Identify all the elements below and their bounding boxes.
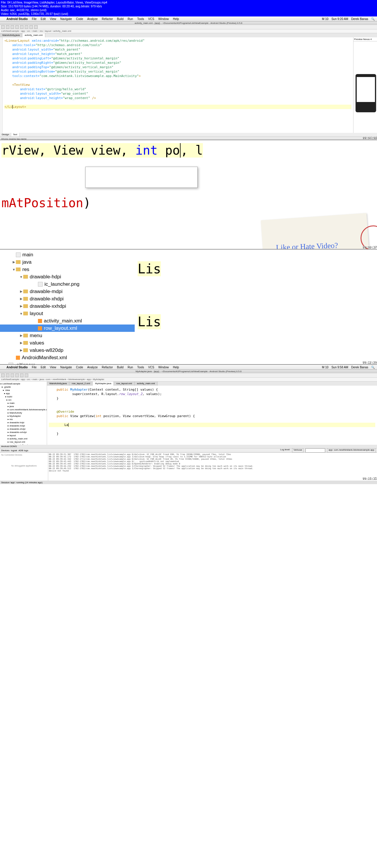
- sticky-note: Like or Hate Video?: [254, 211, 377, 249]
- timestamp: 00:12:20: [362, 361, 376, 364]
- menu-build[interactable]: Build: [117, 17, 123, 21]
- window-title: MyAdapter.java - [app] - ~/Documents/ASP…: [0, 370, 377, 373]
- tree-item[interactable]: ic_launcher.png: [0, 280, 135, 288]
- app-filter-select[interactable]: app: com.newthinktank.listviewexample.ap…: [327, 448, 376, 453]
- logcat-panel: No Connected Devices No debuggable appli…: [0, 453, 377, 480]
- preview-pane: Preview Nexus 4: [353, 37, 377, 133]
- tree-item[interactable]: ▸ build: [1, 395, 46, 398]
- menu-analyze[interactable]: Analyze: [87, 17, 98, 21]
- menu-vcs[interactable]: VCS: [148, 17, 154, 21]
- timestamp: 00:09:37: [362, 245, 376, 249]
- tree-item[interactable]: ▸ .idea: [1, 389, 46, 392]
- tree-item[interactable]: ▸ drawable-xxhdpi: [1, 431, 46, 434]
- menu-navigate[interactable]: Navigate: [60, 17, 72, 21]
- tree-item[interactable]: ▸ res: [1, 418, 46, 421]
- tree-item[interactable]: AndroidManifest.xml: [0, 354, 135, 361]
- tree-item[interactable]: activity_main.xml: [0, 317, 135, 324]
- tree-item[interactable]: ▸ src: [1, 398, 46, 402]
- logcat-controls: Devices logcat ADB logs Log level: Verbo…: [0, 448, 377, 453]
- search-icon[interactable]: 🔍: [371, 17, 375, 21]
- audio-line: Audio: aac, 44100 Hz, stereo (und): [1, 8, 376, 12]
- search-icon[interactable]: 🔍: [371, 366, 375, 369]
- breadcrumb[interactable]: ListViewExample › app › src › main › res…: [0, 29, 377, 33]
- project-tree[interactable]: ▸ ListViewExample▸ .gradle▸ .idea▸ app▸ …: [0, 381, 47, 445]
- toolbar-btn[interactable]: [6, 25, 9, 29]
- note-text: Like or Hate Video?: [276, 241, 338, 249]
- toolbar-btn[interactable]: [1, 25, 5, 29]
- tree-item[interactable]: main: [0, 251, 135, 258]
- devices-tab[interactable]: Devices: [1, 449, 9, 452]
- user-name[interactable]: Derek Banas: [351, 17, 368, 21]
- panel-3-project-tree: main▶java▼res▼drawable-hdpiic_launcher.p…: [0, 249, 377, 364]
- logcat-output[interactable]: 06-22 09:39:21.307 1702-1702/com.newthin…: [48, 453, 377, 480]
- tree-item[interactable]: ▶drawable-xhdpi: [0, 295, 135, 303]
- no-devices: No Connected Devices: [1, 454, 47, 456]
- log-filter-input[interactable]: [305, 448, 325, 453]
- panel-4-myadapter: Android Studio FileEditViewNavigateCodeA…: [0, 364, 377, 484]
- breadcrumb[interactable]: ListViewExample › app › src › main › jav…: [0, 378, 377, 381]
- menu-refactor[interactable]: Refactor: [102, 17, 113, 21]
- text-tab[interactable]: Text: [11, 133, 20, 136]
- tab-mainactivity[interactable]: MainActivity.java: [0, 33, 22, 37]
- tree-item[interactable]: ▸ drawable-hdpi: [1, 421, 46, 424]
- tree-item[interactable]: ▸ activity_main.xml: [1, 437, 46, 440]
- menu-tools[interactable]: Tools: [137, 17, 144, 21]
- tree-item[interactable]: ▸ com.newthinktank.listviewexample.app: [1, 408, 46, 411]
- toolbar-btn[interactable]: [34, 25, 38, 29]
- menu-file[interactable]: File: [32, 17, 36, 21]
- tree-item[interactable]: ▼drawable-hdpi: [0, 273, 135, 280]
- toolbar: [0, 25, 377, 29]
- toolbar-btn[interactable]: [29, 25, 33, 29]
- menu-run[interactable]: Run: [127, 17, 133, 21]
- tree-item[interactable]: ▸ ListViewExample: [1, 382, 46, 385]
- menu-help[interactable]: Help: [173, 17, 179, 21]
- file-line: File: 04 ListView, ImageView, ListAdapte…: [1, 1, 376, 4]
- tree-item[interactable]: ▸ .gradle: [1, 385, 46, 389]
- tree-item[interactable]: ▸ drawable-mdpi: [1, 424, 46, 427]
- app-name[interactable]: Android Studio: [6, 17, 28, 21]
- logcat-tab[interactable]: logcat: [11, 449, 17, 452]
- tree-item[interactable]: ▸ main: [1, 402, 46, 405]
- preview-device[interactable]: Nexus 4: [363, 38, 372, 40]
- tree-item[interactable]: ▸ layout: [1, 434, 46, 437]
- tree-item[interactable]: ▶values: [0, 339, 135, 346]
- tree-item[interactable]: ▸ MainActivity: [1, 411, 46, 414]
- tree-item[interactable]: ▶drawable-xxhdpi: [0, 303, 135, 310]
- tree-item[interactable]: ▸ app: [1, 392, 46, 395]
- tree-item[interactable]: ▸ row_layout.xml: [1, 440, 46, 443]
- tab-activity-main[interactable]: activity_main.xml: [22, 33, 45, 37]
- tree-item[interactable]: ▶values-w820dp: [0, 346, 135, 354]
- editor-tabs: MainActivity.java row_layout_2.xml MyAda…: [47, 381, 377, 386]
- tree-item[interactable]: ▸ java: [1, 405, 46, 408]
- design-tab[interactable]: Design: [0, 133, 11, 136]
- phone-preview: [355, 74, 376, 112]
- toolbar-btn[interactable]: [20, 25, 24, 29]
- toolbar: [0, 373, 377, 378]
- code-editor[interactable]: <LinearLayout xmlns:android="http://sche…: [3, 37, 353, 133]
- mac-menubar: Android Studio FileEditViewNavigateCodeA…: [0, 365, 377, 370]
- tree-item[interactable]: ▸ MyAdapter: [1, 414, 46, 418]
- toolbar-btn[interactable]: [15, 25, 19, 29]
- toolbar-btn[interactable]: [10, 25, 14, 29]
- tree-item[interactable]: ▶java: [0, 258, 135, 266]
- autocomplete-popup[interactable]: [85, 167, 198, 188]
- tree-item[interactable]: ▼layout: [0, 310, 135, 317]
- menu-view[interactable]: View: [50, 17, 56, 21]
- log-level-select[interactable]: Verbose: [292, 448, 303, 453]
- tree-item[interactable]: ▶drawable-mdpi: [0, 288, 135, 295]
- tree-item[interactable]: ▼res: [0, 266, 135, 273]
- tree-item[interactable]: row_layout.xml: [0, 324, 135, 332]
- android-ddms-tab[interactable]: Android DDMS: [0, 445, 377, 448]
- toolbar-btn[interactable]: [25, 25, 28, 29]
- menu-code[interactable]: Code: [76, 17, 83, 21]
- menu-window[interactable]: Window: [158, 17, 169, 21]
- app-name[interactable]: Android Studio: [6, 366, 28, 369]
- menu-edit[interactable]: Edit: [40, 17, 46, 21]
- adb-tab[interactable]: ADB logs: [19, 449, 28, 452]
- project-tree[interactable]: main▶java▼res▼drawable-hdpiic_launcher.p…: [0, 250, 135, 364]
- tree-item[interactable]: ▶menu: [0, 332, 135, 339]
- preview-label: Preview: [354, 38, 362, 40]
- code-editor[interactable]: public MyAdapter(Context context, String…: [47, 386, 377, 445]
- mac-menubar: Android Studio File Edit View Navigate C…: [0, 17, 377, 22]
- tree-item[interactable]: ▸ drawable-xhdpi: [1, 427, 46, 431]
